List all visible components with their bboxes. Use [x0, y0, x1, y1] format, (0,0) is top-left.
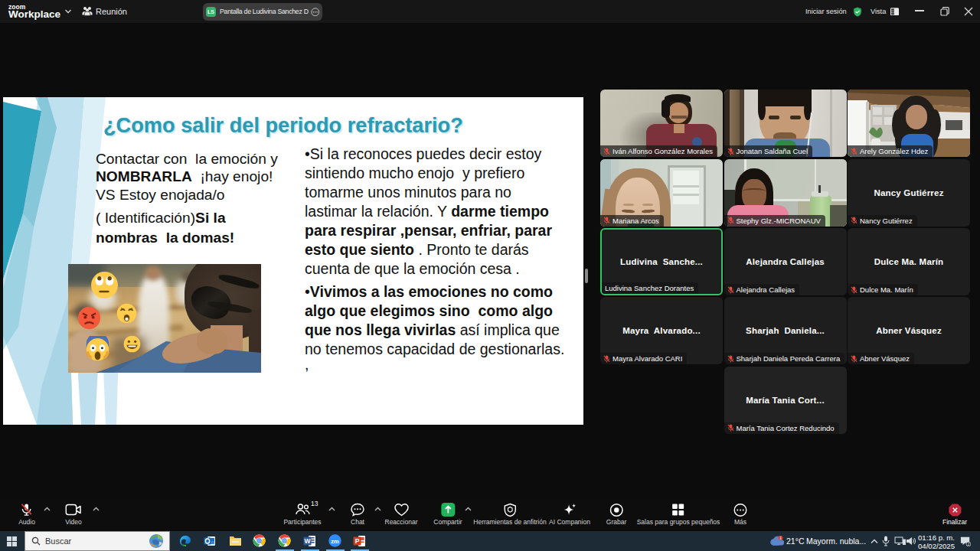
svg-text:P: P [355, 537, 360, 545]
svg-text:1: 1 [779, 536, 782, 540]
svg-text:zm: zm [331, 538, 339, 545]
svg-text:W: W [304, 537, 311, 545]
svg-text:2: 2 [967, 542, 969, 546]
